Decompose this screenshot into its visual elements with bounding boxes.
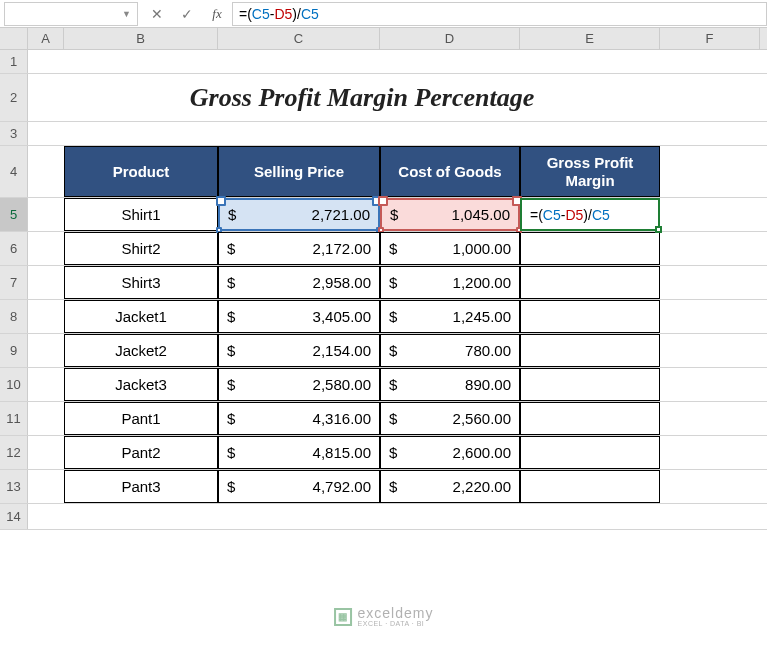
cell-A14[interactable] — [28, 504, 64, 529]
cell-D7[interactable]: $1,200.00 — [380, 266, 520, 299]
cell-E7[interactable] — [520, 266, 660, 299]
cell-C9[interactable]: $2,154.00 — [218, 334, 380, 367]
row-header-14[interactable]: 14 — [0, 504, 28, 529]
dropdown-icon[interactable]: ▼ — [122, 9, 131, 19]
cell-C11[interactable]: $4,316.00 — [218, 402, 380, 435]
name-box[interactable]: ▼ — [4, 2, 138, 26]
insert-function-button[interactable]: fx — [202, 2, 232, 26]
cell-F12[interactable] — [660, 436, 760, 469]
cell-C10[interactable]: $2,580.00 — [218, 368, 380, 401]
cell-E12[interactable] — [520, 436, 660, 469]
cell-E13[interactable] — [520, 470, 660, 503]
cell-D3[interactable] — [380, 122, 520, 145]
cell-E9[interactable] — [520, 334, 660, 367]
col-header-A[interactable]: A — [28, 28, 64, 49]
cell-C8[interactable]: $3,405.00 — [218, 300, 380, 333]
cell-C7[interactable]: $2,958.00 — [218, 266, 380, 299]
col-header-F[interactable]: F — [660, 28, 760, 49]
cell-A12[interactable] — [28, 436, 64, 469]
col-header-E[interactable]: E — [520, 28, 660, 49]
cancel-button[interactable]: ✕ — [142, 2, 172, 26]
row-header-12[interactable]: 12 — [0, 436, 28, 469]
cell-A4[interactable] — [28, 146, 64, 197]
cell-B14[interactable] — [64, 504, 218, 529]
cell-A13[interactable] — [28, 470, 64, 503]
cell-F13[interactable] — [660, 470, 760, 503]
cell-B9[interactable]: Jacket2 — [64, 334, 218, 367]
cell-E8[interactable] — [520, 300, 660, 333]
cell-D6[interactable]: $1,000.00 — [380, 232, 520, 265]
cell-B6[interactable]: Shirt2 — [64, 232, 218, 265]
cell-D5[interactable]: $1,045.00 — [380, 198, 520, 231]
cell-A3[interactable] — [28, 122, 64, 145]
cell-F7[interactable] — [660, 266, 760, 299]
title-cell[interactable]: Gross Profit Margin Percentage — [64, 74, 660, 121]
cell-C1[interactable] — [218, 50, 380, 73]
col-header-C[interactable]: C — [218, 28, 380, 49]
cell-A8[interactable] — [28, 300, 64, 333]
cell-D12[interactable]: $2,600.00 — [380, 436, 520, 469]
cell-A7[interactable] — [28, 266, 64, 299]
header-margin[interactable]: Gross Profit Margin — [520, 146, 660, 197]
cell-F10[interactable] — [660, 368, 760, 401]
cell-C12[interactable]: $4,815.00 — [218, 436, 380, 469]
cell-E6[interactable] — [520, 232, 660, 265]
cell-D10[interactable]: $890.00 — [380, 368, 520, 401]
row-header-2[interactable]: 2 — [0, 74, 28, 121]
cell-E11[interactable] — [520, 402, 660, 435]
row-header-8[interactable]: 8 — [0, 300, 28, 333]
cell-F6[interactable] — [660, 232, 760, 265]
row-header-1[interactable]: 1 — [0, 50, 28, 73]
cell-C3[interactable] — [218, 122, 380, 145]
cell-D11[interactable]: $2,560.00 — [380, 402, 520, 435]
cell-F2[interactable] — [660, 74, 760, 121]
row-header-13[interactable]: 13 — [0, 470, 28, 503]
cell-D13[interactable]: $2,220.00 — [380, 470, 520, 503]
cell-A9[interactable] — [28, 334, 64, 367]
cell-C13[interactable]: $4,792.00 — [218, 470, 380, 503]
cell-E10[interactable] — [520, 368, 660, 401]
cell-B8[interactable]: Jacket1 — [64, 300, 218, 333]
header-selling[interactable]: Selling Price — [218, 146, 380, 197]
cell-A6[interactable] — [28, 232, 64, 265]
cell-B7[interactable]: Shirt3 — [64, 266, 218, 299]
cell-F1[interactable] — [660, 50, 760, 73]
cell-B5[interactable]: Shirt1 — [64, 198, 218, 231]
row-header-6[interactable]: 6 — [0, 232, 28, 265]
cell-C6[interactable]: $2,172.00 — [218, 232, 380, 265]
cell-E3[interactable] — [520, 122, 660, 145]
cell-F14[interactable] — [660, 504, 760, 529]
cell-C14[interactable] — [218, 504, 380, 529]
cell-A2[interactable] — [28, 74, 64, 121]
cell-E14[interactable] — [520, 504, 660, 529]
cell-F5[interactable] — [660, 198, 760, 231]
formula-bar-input[interactable]: =(C5-D5)/C5 — [232, 2, 767, 26]
cell-D1[interactable] — [380, 50, 520, 73]
cell-B3[interactable] — [64, 122, 218, 145]
row-header-11[interactable]: 11 — [0, 402, 28, 435]
cell-B12[interactable]: Pant2 — [64, 436, 218, 469]
cell-B13[interactable]: Pant3 — [64, 470, 218, 503]
row-header-9[interactable]: 9 — [0, 334, 28, 367]
cell-D8[interactable]: $1,245.00 — [380, 300, 520, 333]
cell-B1[interactable] — [64, 50, 218, 73]
fill-handle[interactable] — [655, 226, 662, 233]
cell-E5-active[interactable]: =(C5-D5)/C5 — [520, 198, 660, 231]
row-header-10[interactable]: 10 — [0, 368, 28, 401]
cell-A11[interactable] — [28, 402, 64, 435]
cell-C5[interactable]: $2,721.00 — [218, 198, 380, 231]
header-product[interactable]: Product — [64, 146, 218, 197]
row-header-3[interactable]: 3 — [0, 122, 28, 145]
cell-F11[interactable] — [660, 402, 760, 435]
cell-F3[interactable] — [660, 122, 760, 145]
select-all-corner[interactable] — [0, 28, 28, 49]
cell-B10[interactable]: Jacket3 — [64, 368, 218, 401]
cell-A1[interactable] — [28, 50, 64, 73]
cell-A5[interactable] — [28, 198, 64, 231]
cell-D9[interactable]: $780.00 — [380, 334, 520, 367]
row-header-4[interactable]: 4 — [0, 146, 28, 197]
cell-D14[interactable] — [380, 504, 520, 529]
enter-button[interactable]: ✓ — [172, 2, 202, 26]
cell-F8[interactable] — [660, 300, 760, 333]
cell-F4[interactable] — [660, 146, 760, 197]
